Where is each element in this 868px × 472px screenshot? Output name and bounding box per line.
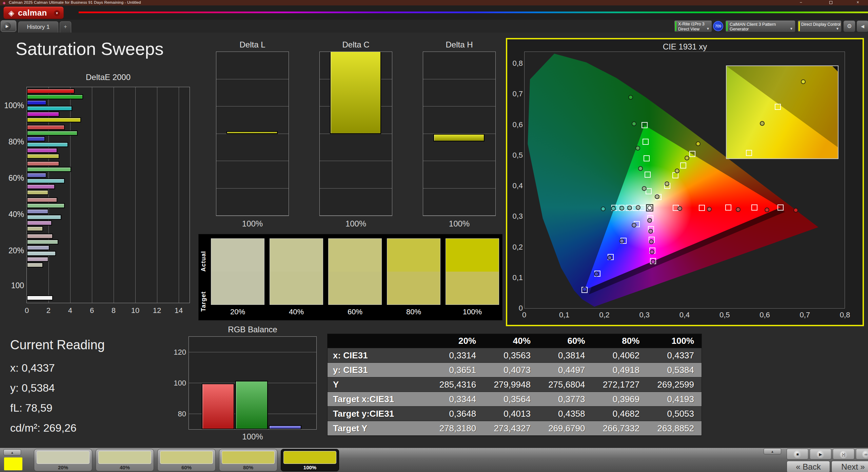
red-target-point xyxy=(777,204,784,211)
table-cell: 0,4682 xyxy=(593,409,647,419)
deltae-bar xyxy=(27,94,83,99)
meter-dropdown[interactable]: X-Rite i1Pro 3 Direct View ▼ xyxy=(674,20,712,32)
meter-name: X-Rite i1Pro 3 xyxy=(678,22,705,26)
inset-circle xyxy=(801,79,806,84)
swatch-label: 40% xyxy=(270,308,323,316)
table-cell: 0,3344 xyxy=(429,394,484,405)
yellow-measured-point xyxy=(665,181,669,186)
pattern-generator-dropdown[interactable]: CalMAN Client 3 Pattern Generator ▼ xyxy=(725,20,795,32)
collapse-panel-button[interactable]: ◀ xyxy=(856,20,868,32)
cie-x-tick: 0,2 xyxy=(596,311,613,319)
pattern-size-button[interactable]: [•] xyxy=(833,449,854,459)
table-header-cell: 100% xyxy=(647,336,702,346)
saturation-button-100%[interactable]: 100% xyxy=(281,449,339,471)
add-tab-button[interactable]: + xyxy=(60,21,71,33)
magenta-measured-point xyxy=(650,250,654,254)
gear-icon: ⚙ xyxy=(847,23,852,29)
window-title: Calman 2025 Calman Ultimate for Business… xyxy=(9,0,141,4)
gridline xyxy=(423,79,495,79)
reading-y: y: 0,5384 xyxy=(10,382,105,394)
colorspace-709-badge[interactable]: 709 xyxy=(713,21,723,31)
session-play-button[interactable]: ▶ xyxy=(1,20,16,32)
reading-x-label: x: xyxy=(10,362,19,374)
cie-title: CIE 1931 xy xyxy=(507,42,863,52)
expand-pattern-button[interactable]: ▲ xyxy=(764,448,781,454)
saturation-button-label: 40% xyxy=(96,465,154,470)
gridline xyxy=(189,352,316,352)
x-tick-label: 0 xyxy=(20,306,34,315)
red-measured-point xyxy=(707,207,712,212)
back-button[interactable]: « Back xyxy=(787,461,830,472)
saturation-button-40%[interactable]: 40% xyxy=(96,449,154,471)
blue-measured-point xyxy=(594,272,599,276)
display-control-dropdown[interactable]: Direct Display Control ▼ xyxy=(797,20,842,32)
stop-button[interactable]: ■ xyxy=(787,449,808,459)
magenta-measured-point xyxy=(647,218,652,223)
row-label: Target y:CIE31 xyxy=(328,409,429,419)
row-label: Target x:CIE31 xyxy=(328,394,429,405)
calman-menu-button[interactable]: ◈ calman ▼ xyxy=(3,6,64,19)
delta-bar xyxy=(226,131,278,134)
title-bar: ◈ Calman 2025 Calman Ultimate for Busine… xyxy=(0,0,868,5)
deltae-bar xyxy=(27,184,55,189)
saturation-button-20%[interactable]: 20% xyxy=(34,449,92,471)
cie-x-tick: 0,4 xyxy=(676,311,693,319)
x-tick-label: 4 xyxy=(63,306,77,315)
table-cell: 0,4918 xyxy=(593,365,647,375)
table-cell: 0,4013 xyxy=(484,409,538,419)
gridline xyxy=(216,161,289,161)
table-cell: 263,8852 xyxy=(647,423,702,434)
green-target-point xyxy=(644,155,650,161)
swatch-60% xyxy=(328,238,382,305)
settings-button[interactable]: ⚙ xyxy=(843,20,855,32)
saturation-button-80%[interactable]: 80% xyxy=(219,449,277,471)
play-button[interactable]: ▶ xyxy=(810,449,831,459)
tab-history-1[interactable]: History 1 xyxy=(18,21,58,33)
inset-circle xyxy=(760,121,765,126)
magenta-measured-point xyxy=(648,229,653,234)
display-name: Direct Display Control xyxy=(801,22,841,27)
table-cell: 0,4497 xyxy=(538,365,593,375)
saturation-button-label: 20% xyxy=(34,465,92,470)
table-cell: 0,3648 xyxy=(429,409,484,419)
deltae-bar xyxy=(27,197,57,202)
maximize-button[interactable] xyxy=(823,0,838,5)
minimize-button[interactable]: − xyxy=(793,0,808,5)
swatch-target xyxy=(211,272,264,304)
next-button[interactable]: Next » xyxy=(831,461,868,472)
table-row: y: CIE310,36510,40730,44970,49180,5384 xyxy=(328,363,702,377)
cie-x-tick: 0,3 xyxy=(636,311,653,319)
red-target-point xyxy=(751,204,757,211)
gridline xyxy=(423,188,495,189)
close-button[interactable]: × xyxy=(850,0,865,5)
row-label: Y xyxy=(328,379,429,390)
green-measured-point xyxy=(642,186,647,191)
expand-swatches-button[interactable]: ▲ xyxy=(3,449,21,455)
table-row: Y285,4316279,9948275,6804272,1727269,259… xyxy=(328,377,702,392)
magenta-measured-point xyxy=(651,259,655,264)
cyan-measured-point xyxy=(611,206,616,211)
cyan-measured-point xyxy=(636,205,640,210)
deltae-bar xyxy=(27,178,65,183)
reading-cd: cd/m²: 269,26 xyxy=(10,422,105,434)
bar-group-100: 100 xyxy=(27,269,190,302)
chevron-down-icon: ▼ xyxy=(54,10,60,16)
rgb-bar-green xyxy=(235,381,268,429)
swatch-label: 80% xyxy=(387,308,440,316)
inset-points xyxy=(727,66,838,158)
meter-mode: Direct View xyxy=(678,27,699,32)
yellow-measured-point xyxy=(675,169,679,173)
continuous-read-button[interactable]: ∞ xyxy=(856,449,868,459)
swatch-target xyxy=(329,272,381,304)
saturation-button-60%[interactable]: 60% xyxy=(157,449,216,471)
delta-c-chart: 151050-5-10-15 xyxy=(319,52,392,216)
table-header-cell: 40% xyxy=(484,336,538,346)
red-measured-point xyxy=(677,206,682,211)
deltae-bar xyxy=(27,262,43,268)
yellow-measured-point xyxy=(655,194,659,199)
bar-group-20%: 20% xyxy=(27,232,190,269)
reading-y-label: y: xyxy=(10,382,19,394)
yellow-measured-point xyxy=(696,141,701,146)
table-cell: 0,3314 xyxy=(429,350,484,361)
blue-measured-point xyxy=(619,239,624,243)
